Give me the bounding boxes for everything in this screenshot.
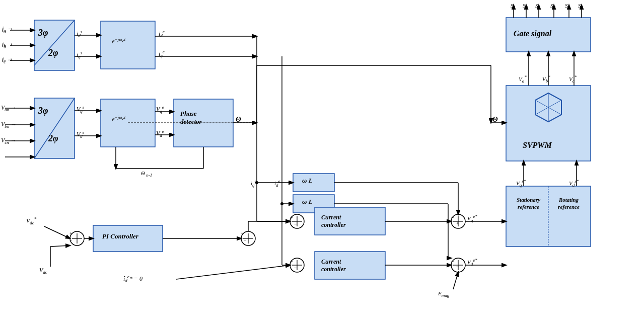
vqs-label: Vqs [77,105,84,114]
svg-line-97 [453,272,458,289]
sum4-plus: + [456,220,459,226]
va-star-label: Va* [519,74,527,84]
control-diagram: ia ib → ic → 3φ 2φ e−jωet ids iqs ide iq… [0,0,644,325]
vc-star-label: Vc* [569,74,577,84]
stationary-label: Stationaryreference [510,196,547,211]
abc-dq-top-label: 3φ [38,28,48,38]
s5-label: S5 [565,3,570,10]
theta-label2: Θ [492,116,498,124]
ic-arrow: ic → [2,55,13,63]
vqs-star-label: Vqs* [516,179,526,188]
theta-n1-label: Θ n-1 [141,170,152,178]
svg-line-91 [50,246,70,247]
sum2-plus: + [290,215,293,220]
curr-ctrl-bot-label: Currentcontroller [321,258,346,273]
svg-line-96 [176,265,290,279]
park-top-label: e−jωet [112,37,125,45]
pi-ctrl-label: PI Controller [102,232,138,240]
sum1-plus: + [241,230,244,236]
iqs-label: iqs [77,50,82,59]
vqe-star-label: Vqe* [467,214,477,223]
gate-signal-label: Gate signal [514,29,551,38]
vde-star-label: Vde* [467,258,477,267]
svg-point-68 [280,202,283,205]
emag-label: Emag [438,290,449,298]
s6-label: S6 [578,3,583,10]
sum6-plus: + [69,230,73,236]
ide-label: ide [159,29,165,38]
omega-l-bot-label: ω L [302,198,313,206]
sum4-minus1: − [451,215,454,220]
svg-rect-4 [101,21,155,69]
iqe-junction-label: iqe [251,179,257,188]
vds-label: Vds [77,130,84,139]
sum6-minus: − [69,237,73,243]
svpwm-label: SVPWM [523,141,552,150]
ib-arrow: ib → [2,40,14,48]
sum3-minus: − [294,265,297,271]
sum3-plus: + [290,259,293,264]
iqe-label: iqe [159,49,165,58]
abc-dq-top-label2: 2φ [48,48,58,58]
phase-det-label: Phasedetector [180,110,202,126]
abc-dq-bot-label2: 2φ [48,133,58,144]
s2-label: S2 [523,3,528,10]
ia-arrow: ia → [2,25,14,33]
vqe-label: Vqe [156,105,164,114]
vdc-star-label: Vdc* [26,216,36,225]
curr-ctrl-top-label: Currentcontroller [321,214,346,229]
vds-star-label: Vds* [569,179,579,188]
theta-label: Θ [236,116,241,124]
sum5-minus1: − [451,259,454,264]
park-bot-label: e−jωet [112,115,125,123]
vde-label: Vde [156,129,164,138]
s4-label: S4 [550,3,555,10]
ide-junction-label: ide [274,179,280,188]
wiring-svg [0,0,644,325]
ide-ref-label: îde* = 0 [123,274,142,283]
van-label: Van → [1,104,17,112]
svg-rect-8 [293,174,334,192]
rotating-label: Rotatingreference [550,196,588,211]
sum5-minus2: − [456,264,459,270]
vb-star-label: Vb* [542,74,550,84]
vcn-label: Vcn → [1,137,17,145]
sum1-minus: − [244,237,247,243]
s1-label: S1 [511,3,516,10]
ids-label: ids [77,29,82,38]
vdc-label: Vdc [39,267,47,275]
s3-label: S3 [535,3,540,10]
svg-line-89 [44,226,70,238]
sum2-minus: − [294,221,297,227]
vbn-label: Vbn → [1,121,17,129]
omega-l-top-label: ω L [302,177,313,185]
abc-dq-bot-label: 3φ [38,106,48,116]
